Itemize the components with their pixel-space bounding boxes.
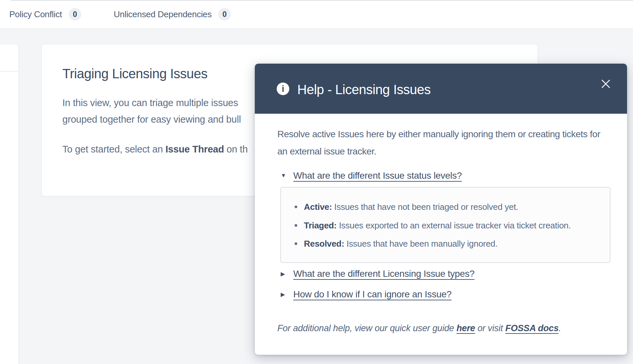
- tab-unlicensed-dependencies[interactable]: Unlicensed Dependencies 0: [114, 8, 231, 21]
- close-icon: [601, 79, 611, 89]
- modal-footer-note: For additional help, view our quick user…: [277, 323, 561, 334]
- question-ignore-issue[interactable]: ▶ How do I know if I can ignore an Issue…: [281, 288, 452, 300]
- issue-list-panel-header-divider: [0, 71, 19, 72]
- modal-title: Help - Licensing Issues: [297, 82, 431, 97]
- tab-unlicensed-dependencies-count-badge: 0: [218, 8, 231, 21]
- bullet-icon: [295, 242, 297, 245]
- screen: Policy Conflict 0 Unlicensed Dependencie…: [0, 0, 633, 364]
- card-paragraph-line: In this view, you can triage multiple is…: [62, 97, 238, 108]
- status-level-item: Triaged: Issues exported to an external …: [295, 220, 571, 231]
- modal-header: i Help - Licensing Issues: [255, 64, 627, 114]
- user-guide-link[interactable]: here: [457, 323, 475, 333]
- help-licensing-issues-modal: i Help - Licensing Issues Resolve active…: [255, 64, 627, 355]
- tab-policy-conflict[interactable]: Policy Conflict 0: [9, 8, 81, 21]
- caret-right-icon: ▶: [281, 271, 288, 277]
- question-licensing-issue-types[interactable]: ▶ What are the different Licensing Issue…: [281, 268, 474, 280]
- tab-policy-conflict-label: Policy Conflict: [9, 9, 62, 20]
- info-icon: i: [277, 83, 289, 95]
- status-levels-box: Active: Issues that have not been triage…: [280, 187, 610, 263]
- page-title: Triaging Licensing Issues: [62, 66, 207, 81]
- modal-intro-line: Resolve active Issues here by either man…: [277, 129, 600, 140]
- question-link[interactable]: What are the different Issue status leve…: [293, 170, 462, 181]
- question-issue-status-levels[interactable]: ▼ What are the different Issue status le…: [281, 170, 462, 182]
- issue-type-tabbar: Policy Conflict 0 Unlicensed Dependencie…: [0, 0, 633, 29]
- issue-list-panel-edge: [0, 44, 19, 364]
- tab-policy-conflict-count-badge: 0: [69, 8, 81, 21]
- caret-down-icon: ▼: [281, 172, 288, 179]
- question-link[interactable]: How do I know if I can ignore an Issue?: [293, 289, 452, 300]
- card-paragraph-line: grouped together for easy viewing and bu…: [62, 114, 241, 125]
- modal-intro-line: an external issue tracker.: [277, 146, 376, 157]
- bullet-icon: [295, 206, 297, 208]
- issue-thread-emphasis: Issue Thread: [166, 144, 224, 154]
- bullet-icon: [295, 224, 297, 227]
- fossa-docs-link[interactable]: FOSSA docs: [505, 323, 559, 333]
- status-level-item: Resolved: Issues that have been manually…: [295, 238, 498, 249]
- caret-right-icon: ▶: [281, 291, 288, 298]
- card-paragraph-line: To get started, select an Issue Thread o…: [62, 144, 248, 155]
- tab-unlicensed-dependencies-label: Unlicensed Dependencies: [114, 9, 212, 20]
- tabbar-top-border: [11, 0, 633, 1]
- status-level-item: Active: Issues that have not been triage…: [295, 202, 518, 212]
- close-button[interactable]: [600, 78, 612, 90]
- question-link[interactable]: What are the different Licensing Issue t…: [293, 269, 474, 279]
